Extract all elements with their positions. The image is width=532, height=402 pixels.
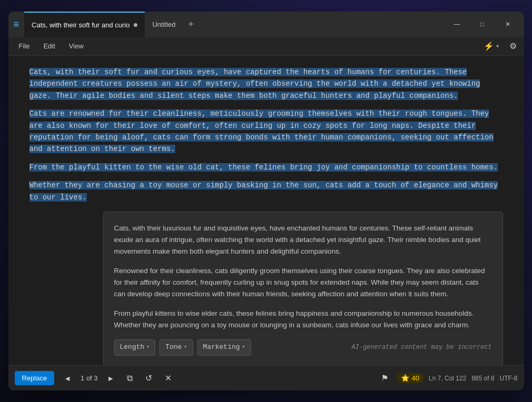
refresh-button[interactable]: ↺: [142, 371, 155, 385]
ai-paragraph-3: From playful kittens to wise elder cats,…: [114, 308, 492, 331]
editor-paragraph-4: Whether they are chasing a toy mouse or …: [29, 179, 503, 203]
menu-view[interactable]: View: [63, 40, 90, 52]
prev-button[interactable]: ◄: [61, 372, 74, 385]
tab-dot: [134, 23, 137, 27]
tab-cats-label: Cats, with their soft fur and curio: [32, 21, 129, 29]
menu-items: File Edit View: [13, 40, 90, 52]
star-badge[interactable]: ⭐ 40: [397, 373, 423, 383]
tone-chevron-icon: ▾: [184, 343, 187, 351]
tab-add-button[interactable]: +: [183, 12, 199, 37]
minimize-button[interactable]: —: [445, 16, 469, 33]
tab-cats[interactable]: Cats, with their soft fur and curio: [24, 12, 145, 37]
maximize-button[interactable]: □: [470, 16, 495, 33]
selected-text-4: Whether they are chasing a toy mouse or …: [29, 181, 498, 201]
toolbar-action-icon[interactable]: ⚡ ▾: [480, 39, 502, 53]
ai-paragraph-2: Renowned for their cleanliness, cats dil…: [114, 265, 492, 300]
line-col: Ln 7, Col 122: [429, 375, 466, 382]
selected-text-2: Cats are renowned for their cleanliness,…: [29, 109, 494, 153]
tab-untitled[interactable]: Untitled: [145, 12, 183, 37]
copy-button[interactable]: ⧉: [124, 371, 136, 385]
settings-icon[interactable]: ⚙: [506, 39, 520, 53]
next-button[interactable]: ►: [104, 372, 118, 385]
char-count: 885 of 8: [471, 375, 494, 382]
ai-disclaimer: AI-generated content may be incorrect: [352, 343, 491, 353]
star-count: 40: [411, 374, 419, 382]
tone-dropdown[interactable]: Tone ▾: [159, 339, 193, 356]
ai-panel-footer: Length ▾ Tone ▾ Marketing ▾ AI-generated…: [114, 339, 492, 356]
replace-button[interactable]: Replace: [15, 371, 55, 385]
menu-bar: File Edit View ⚡ ▾ ⚙: [8, 37, 524, 56]
match-count: 1 of 3: [81, 374, 98, 382]
ai-controls: Length ▾ Tone ▾ Marketing ▾: [114, 339, 251, 356]
selected-text-1: Cats, with their soft fur and curious ey…: [29, 68, 480, 100]
length-chevron-icon: ▾: [146, 343, 149, 351]
action-icon: ⚡: [484, 41, 494, 51]
app-icon: ≡: [14, 19, 19, 30]
editor-area[interactable]: Cats, with their soft fur and curious ey…: [8, 56, 524, 365]
status-bar: Replace ◄ 1 of 3 ► ⧉ ↺ ✕ ⚑ ⭐ 40 Ln 7, Co…: [8, 365, 524, 390]
length-label: Length: [120, 342, 145, 353]
app-window: ≡ Cats, with their soft fur and curio Un…: [8, 12, 524, 390]
star-icon: ⭐: [401, 374, 409, 382]
ai-text-content: Cats, with their luxurious fur and inqui…: [114, 223, 492, 331]
close-button[interactable]: ✕: [496, 16, 520, 33]
title-bar: ≡ Cats, with their soft fur and curio Un…: [8, 12, 524, 37]
marketing-label: Marketing: [203, 342, 240, 353]
title-bar-left: ≡ Cats, with their soft fur and curio Un…: [8, 12, 445, 37]
tone-label: Tone: [165, 342, 182, 353]
menu-file[interactable]: File: [13, 40, 36, 52]
menu-right: ⚡ ▾ ⚙: [480, 39, 520, 53]
marketing-chevron-icon: ▾: [242, 343, 245, 351]
length-dropdown[interactable]: Length ▾: [114, 339, 156, 356]
editor-paragraph-1: Cats, with their soft fur and curious ey…: [29, 66, 503, 102]
marketing-dropdown[interactable]: Marketing ▾: [197, 339, 251, 356]
ai-paragraph-1: Cats, with their luxurious fur and inqui…: [114, 223, 492, 258]
status-right: ⚑ ⭐ 40 Ln 7, Col 122 885 of 8 UTF-8: [378, 371, 517, 385]
flag-button[interactable]: ⚑: [378, 371, 392, 385]
menu-edit[interactable]: Edit: [37, 40, 61, 52]
editor-paragraph-3: From the playful kitten to the wise old …: [29, 162, 503, 173]
encoding: UTF-8: [500, 375, 518, 382]
window-controls: — □ ✕: [445, 16, 524, 33]
chevron-down-icon: ▾: [496, 43, 499, 49]
ai-suggestion-panel: Cats, with their luxurious fur and inqui…: [103, 212, 503, 365]
tab-untitled-label: Untitled: [152, 21, 175, 28]
editor-paragraph-2: Cats are renowned for their cleanliness,…: [29, 108, 503, 155]
dismiss-button[interactable]: ✕: [162, 371, 175, 385]
selected-text-3: From the playful kitten to the wise old …: [29, 163, 498, 172]
